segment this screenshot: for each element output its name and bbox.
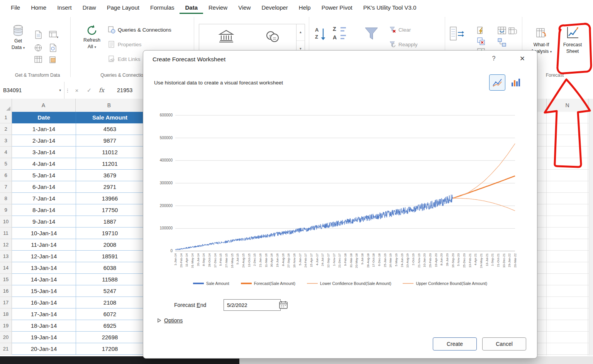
ribbon-tab-pk-s-utility-tool-v3-0[interactable]: PK's Utility Tool V3.0	[358, 1, 422, 14]
cell-date[interactable]: 4-Jan-14	[12, 158, 76, 170]
cell-amount[interactable]: 6925	[76, 320, 144, 332]
edit-links-button[interactable]: Edit Links	[108, 56, 141, 63]
cell-date[interactable]: 15-Jan-14	[12, 285, 76, 297]
relationships-icon[interactable]	[497, 38, 507, 47]
chevron-down-icon[interactable]: ▾	[59, 88, 61, 92]
cell-amount[interactable]: 11588	[76, 274, 144, 285]
cell-date[interactable]: 6-Jan-14	[12, 181, 76, 193]
row-number[interactable]: 15	[0, 274, 12, 285]
cell-date[interactable]: 17-Jan-14	[12, 308, 76, 320]
ribbon-tab-data[interactable]: Data	[180, 1, 203, 14]
cell-amount[interactable]: 17208	[76, 343, 144, 355]
select-all-corner[interactable]	[0, 99, 12, 112]
cell-amount[interactable]: 11201	[76, 158, 144, 170]
empty-sheet-area[interactable]	[537, 112, 593, 356]
cell-date[interactable]: 1-Jan-14	[12, 123, 76, 135]
from-web-icon[interactable]	[34, 43, 42, 52]
cell-date[interactable]: 5-Jan-14	[12, 170, 76, 181]
cell-date[interactable]: 2-Jan-14	[12, 135, 76, 147]
cell-date[interactable]: 18-Jan-14	[12, 320, 76, 332]
cell-amount[interactable]: 5247	[76, 285, 144, 297]
cell-amount[interactable]: 2971	[76, 181, 144, 193]
cell-date[interactable]: 19-Jan-14	[12, 332, 76, 343]
column-header-n[interactable]: N	[546, 99, 588, 112]
clear-filter-button[interactable]: Clear	[389, 26, 411, 33]
cell-date[interactable]: 11-Jan-14	[12, 239, 76, 251]
vertical-scrollbar[interactable]	[589, 99, 593, 356]
row-number[interactable]: 11	[0, 228, 12, 239]
data-source-icon[interactable]	[49, 56, 57, 64]
forecast-end-input[interactable]	[224, 299, 281, 311]
text-to-columns-icon[interactable]	[449, 25, 466, 42]
row-number[interactable]: 18	[0, 308, 12, 320]
name-box[interactable]: B34091 ▾	[0, 82, 64, 99]
forecast-sheet-button[interactable]: Forecast Sheet	[559, 25, 586, 55]
cell-amount[interactable]: 2008	[76, 239, 144, 251]
remove-duplicates-icon[interactable]	[477, 37, 485, 46]
row-number[interactable]: 12	[0, 239, 12, 251]
cell-date[interactable]: 16-Jan-14	[12, 297, 76, 308]
flash-fill-icon[interactable]	[477, 26, 485, 35]
cell-amount[interactable]: 22698	[76, 332, 144, 343]
row-number[interactable]: 20	[0, 332, 12, 343]
line-chart-type-button[interactable]	[489, 74, 505, 91]
manage-data-model-icon[interactable]	[508, 26, 517, 35]
row-number[interactable]: 3	[0, 135, 12, 147]
header-cell-date[interactable]: Date	[12, 112, 76, 123]
ribbon-tab-power-pivot[interactable]: Power Pivot	[316, 1, 358, 14]
row-number[interactable]: 16	[0, 285, 12, 297]
close-icon[interactable]: ×	[517, 54, 528, 64]
queries-connections-button[interactable]: Queries & Connections	[108, 26, 171, 34]
cancel-entry-icon[interactable]: ×	[71, 87, 83, 94]
row-number[interactable]: 14	[0, 262, 12, 274]
column-header-a[interactable]: A	[12, 99, 76, 112]
insert-function-icon[interactable]: fx	[95, 87, 108, 94]
cell-date[interactable]: 13-Jan-14	[12, 262, 76, 274]
from-text-csv-icon[interactable]	[34, 30, 42, 39]
row-number[interactable]: 7	[0, 181, 12, 193]
row-number[interactable]: 5	[0, 158, 12, 170]
cell-date[interactable]: 12-Jan-14	[12, 251, 76, 262]
create-button[interactable]: Create	[433, 337, 477, 351]
cell-amount[interactable]: 4563	[76, 123, 144, 135]
from-table-range-icon[interactable]	[34, 56, 42, 64]
refresh-all-button[interactable]: Refresh All ▾	[80, 24, 103, 51]
cell-amount[interactable]: 19710	[76, 228, 144, 239]
row-number[interactable]: 17	[0, 297, 12, 308]
properties-button[interactable]: Properties	[108, 41, 142, 48]
row-number[interactable]: 2	[0, 123, 12, 135]
confirm-entry-icon[interactable]: ✓	[83, 87, 95, 94]
cell-amount[interactable]: 17750	[76, 204, 144, 216]
cell-amount[interactable]: 9877	[76, 135, 144, 147]
recent-sources-icon[interactable]: ▾	[49, 30, 59, 39]
ribbon-tab-view[interactable]: View	[233, 1, 256, 14]
row-number[interactable]: 21	[0, 343, 12, 355]
ribbon-tab-help[interactable]: Help	[293, 1, 316, 14]
cancel-button[interactable]: Cancel	[482, 337, 526, 351]
cell-date[interactable]: 10-Jan-14	[12, 228, 76, 239]
sort-dialog-icon[interactable]: ZA	[331, 25, 349, 42]
ribbon-tab-draw[interactable]: Draw	[77, 1, 102, 14]
consolidate-icon[interactable]	[497, 26, 507, 35]
cell-amount[interactable]: 6072	[76, 308, 144, 320]
get-data-button[interactable]: Get Data ▾	[7, 24, 29, 51]
ribbon-tab-page-layout[interactable]: Page Layout	[102, 1, 145, 14]
cell-amount[interactable]: 3679	[76, 170, 144, 181]
ribbon-tab-insert[interactable]: Insert	[52, 1, 77, 14]
column-header-b[interactable]: B	[75, 99, 143, 112]
date-picker-button[interactable]	[278, 299, 289, 311]
ribbon-tab-developer[interactable]: Developer	[256, 1, 293, 14]
row-number[interactable]: 10	[0, 216, 12, 228]
cell-amount[interactable]: 11012	[76, 147, 144, 158]
cell-date[interactable]: 7-Jan-14	[12, 193, 76, 204]
cell-date[interactable]: 14-Jan-14	[12, 274, 76, 285]
cell-date[interactable]: 9-Jan-14	[12, 216, 76, 228]
help-button[interactable]: ?	[489, 55, 498, 62]
cell-date[interactable]: 8-Jan-14	[12, 204, 76, 216]
cell-amount[interactable]: 6038	[76, 262, 144, 274]
reapply-filter-button[interactable]: Reapply	[389, 41, 418, 48]
row-number[interactable]: 19	[0, 320, 12, 332]
row-number[interactable]: 8	[0, 193, 12, 204]
ribbon-tab-home[interactable]: Home	[25, 1, 52, 14]
existing-connections-icon[interactable]	[49, 43, 57, 52]
